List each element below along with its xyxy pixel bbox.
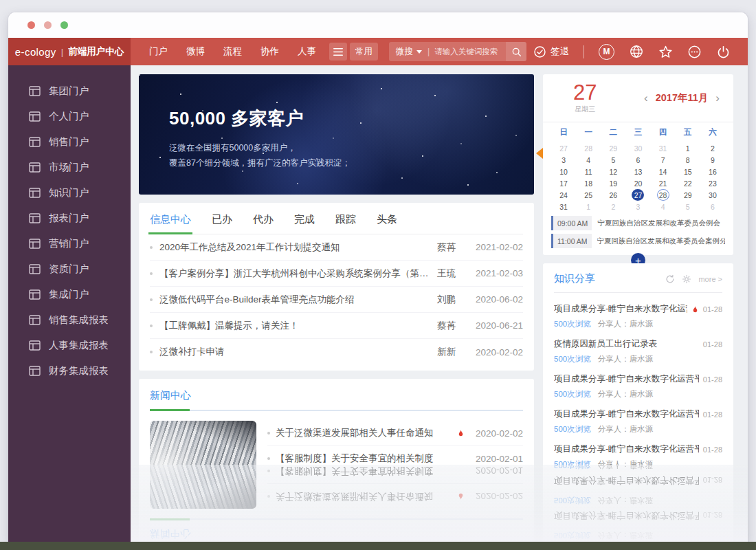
search-button[interactable] — [506, 42, 526, 61]
calendar-day-cell[interactable]: 22 — [682, 177, 694, 189]
knowledge-item-title[interactable]: 项目成果分享-睢宁自来水数字化运营平... — [554, 443, 699, 455]
minimize-window-icon[interactable] — [44, 21, 52, 29]
monogram-badge-icon[interactable]: M — [599, 44, 614, 60]
sidebar-item[interactable]: 营销门户 — [8, 231, 131, 256]
info-item-title[interactable]: 2020年工作总结及2021年工作计划提交通知 — [159, 241, 430, 254]
info-item-title[interactable]: 泛微低代码平台e-Builder表单管理亮点功能介绍 — [159, 294, 430, 306]
knowledge-item-views[interactable]: 500次浏览 — [554, 389, 591, 399]
calendar-day-cell[interactable]: 3 — [557, 154, 570, 166]
prev-month-icon[interactable]: ‹ — [644, 92, 648, 104]
knowledge-item[interactable]: 项目成果分享-睢宁自来水数字化运营平... 01-28 500次浏览 分享人：唐… — [554, 408, 722, 434]
calendar-day-cell[interactable]: 23 — [707, 177, 719, 189]
more-menu-icon[interactable] — [687, 45, 702, 59]
calendar-day-cell[interactable]: 20 — [632, 177, 644, 189]
calendar-day-cell[interactable]: 16 — [707, 166, 719, 177]
close-window-icon[interactable] — [27, 21, 35, 29]
calendar-day-cell[interactable]: 18 — [582, 177, 594, 189]
news-center-title[interactable]: 新闻中心 — [150, 379, 191, 402]
calendar-day-cell[interactable]: 25 — [582, 189, 594, 201]
calendar-day-cell[interactable]: 1 — [682, 142, 694, 154]
next-month-icon[interactable]: › — [715, 92, 720, 104]
news-list-item[interactable]: 【客服制度】关于安全事宜的相关制度 2020-02-01 — [267, 446, 523, 465]
calendar-day-cell[interactable]: 10 — [557, 166, 570, 177]
knowledge-item[interactable]: 项目成果分享-睢宁自来水数字化运营平... 01-28 500次浏览 分享人：唐… — [554, 443, 722, 465]
calendar-day-cell[interactable]: 28 — [657, 189, 669, 201]
knowledge-item-views[interactable]: 500次浏览 — [554, 459, 591, 465]
search-input[interactable] — [434, 47, 506, 56]
knowledge-item[interactable]: 疫情原因新员工出行记录表 01-28 500次浏览 分享人：唐水源 — [554, 338, 722, 364]
info-list-item[interactable]: 【工牌佩戴】温馨提示，请关注！ 蔡苒 2020-06-21 — [150, 313, 523, 339]
sidebar-item[interactable]: 集成门户 — [8, 282, 131, 307]
knowledge-item-views[interactable]: 500次浏览 — [554, 319, 591, 329]
calendar-day-cell[interactable]: 21 — [657, 177, 669, 189]
info-tab[interactable]: 跟踪 — [335, 213, 356, 226]
news-list-item[interactable]: 关于泛微渠道发展部相关人事任命通知 2020-02-02 — [267, 421, 523, 446]
knowledge-item-title[interactable]: 项目成果分享-睢宁自来水数字化运营平... — [554, 303, 687, 315]
calendar-day-cell[interactable]: 28 — [582, 142, 594, 154]
knowledge-item-title[interactable]: 项目成果分享-睢宁自来水数字化运营平... — [554, 373, 699, 385]
sidebar-item[interactable]: 资质门户 — [8, 256, 131, 282]
calendar-day-cell[interactable]: 12 — [607, 166, 619, 177]
nav-item[interactable]: 门户 — [149, 45, 168, 58]
news-item-title[interactable]: 【客服制度】关于安全事宜的相关制度 — [276, 452, 465, 465]
info-tab[interactable]: 信息中心 — [150, 213, 191, 226]
calendar-day-cell[interactable]: 13 — [632, 166, 644, 177]
info-item-title[interactable]: 【客户案例分享】浙江大学杭州科创中心采购系统案例分享（第22期） — [159, 267, 430, 280]
info-tab[interactable]: 代办 — [253, 213, 274, 226]
calendar-event[interactable]: 09:00 AM 宁夏回族自治区发展和改革委员会例会 — [551, 216, 725, 230]
news-thumbnail-image[interactable] — [150, 421, 256, 465]
calendar-day-cell[interactable]: 29 — [607, 142, 619, 154]
sidebar-item[interactable]: 知识门户 — [8, 180, 131, 206]
calendar-day-cell[interactable]: 2 — [607, 201, 619, 212]
calendar-day-cell[interactable]: 9 — [707, 154, 719, 166]
calendar-day-cell[interactable]: 4 — [582, 154, 594, 166]
calendar-day-cell[interactable]: 2 — [707, 142, 719, 154]
globe-icon[interactable] — [629, 44, 644, 59]
knowledge-item-views[interactable]: 500次浏览 — [554, 354, 591, 364]
nav-item[interactable]: 流程 — [223, 45, 242, 58]
app-logo[interactable]: e-cology | 前端用户中心 — [8, 38, 131, 65]
info-tab[interactable]: 完成 — [294, 213, 315, 226]
info-list-item[interactable]: 【客户案例分享】浙江大学杭州科创中心采购系统案例分享（第22期） 王琉 2021… — [150, 261, 523, 287]
gear-icon[interactable] — [682, 274, 691, 284]
banner[interactable]: 50,000 多家客户 泛微在全国拥有50000多家用户， 覆盖87个细分领域，… — [139, 74, 534, 195]
calendar-day-cell[interactable]: 27 — [632, 189, 644, 201]
sidebar-item[interactable]: 集团门户 — [8, 78, 131, 104]
knowledge-item-views[interactable]: 500次浏览 — [554, 424, 591, 434]
calendar-day-cell[interactable]: 6 — [632, 154, 644, 166]
calendar-event[interactable]: 11:00 AM 宁夏回族自治区发展和改革委员会案例分析会 — [551, 234, 725, 248]
info-item-title[interactable]: 泛微补打卡申请 — [159, 346, 430, 358]
sidebar-item[interactable]: 销售门户 — [8, 129, 131, 155]
star-icon[interactable] — [658, 45, 673, 59]
knowledge-item[interactable]: 项目成果分享-睢宁自来水数字化运营平... 01-28 500次浏览 分享 — [554, 303, 722, 329]
info-list-item[interactable]: 2020年工作总结及2021年工作计划提交通知 蔡苒 2021-02-02 — [150, 234, 523, 261]
calendar-day-cell[interactable]: 27 — [557, 142, 570, 154]
sidebar-item[interactable]: 人事集成报表 — [8, 333, 131, 358]
calendar-day-cell[interactable]: 26 — [607, 189, 619, 201]
info-list-item[interactable]: 泛微补打卡申请 新新 2020-02-02 — [150, 339, 523, 365]
info-tab[interactable]: 头条 — [377, 213, 397, 226]
calendar-day-cell[interactable]: 31 — [557, 201, 570, 212]
knowledge-item[interactable]: 项目成果分享-睢宁自来水数字化运营平... 01-28 500次浏览 分享人：唐… — [554, 373, 722, 399]
nav-item[interactable]: 微博 — [186, 45, 205, 58]
calendar-day-cell[interactable]: 15 — [682, 166, 694, 177]
nav-item[interactable]: 协作 — [260, 45, 279, 58]
sidebar-item[interactable]: 报表门户 — [8, 206, 131, 231]
calendar-day-cell[interactable]: 6 — [707, 201, 719, 212]
nav-item[interactable]: 人事 — [298, 45, 316, 58]
calendar-day-cell[interactable]: 3 — [632, 201, 644, 212]
info-item-title[interactable]: 【工牌佩戴】温馨提示，请关注！ — [159, 320, 430, 332]
sidebar-item[interactable]: 销售集成报表 — [8, 307, 131, 333]
calendar-day-cell[interactable]: 4 — [657, 201, 669, 212]
calendar-day-cell[interactable]: 30 — [632, 142, 644, 154]
knowledge-item-title[interactable]: 疫情原因新员工出行记录表 — [554, 338, 699, 350]
refresh-icon[interactable] — [665, 274, 675, 284]
calendar-day-cell[interactable]: 5 — [682, 201, 694, 212]
menu-button[interactable] — [329, 43, 347, 60]
more-link[interactable]: more > — [698, 275, 722, 283]
info-tab[interactable]: 已办 — [212, 213, 232, 226]
carousel-arrow-icon[interactable] — [531, 148, 543, 159]
sidebar-item[interactable]: 个人门户 — [8, 104, 131, 129]
calendar-day-cell[interactable]: 17 — [557, 177, 570, 189]
signout-button[interactable]: 签退 — [533, 45, 569, 58]
